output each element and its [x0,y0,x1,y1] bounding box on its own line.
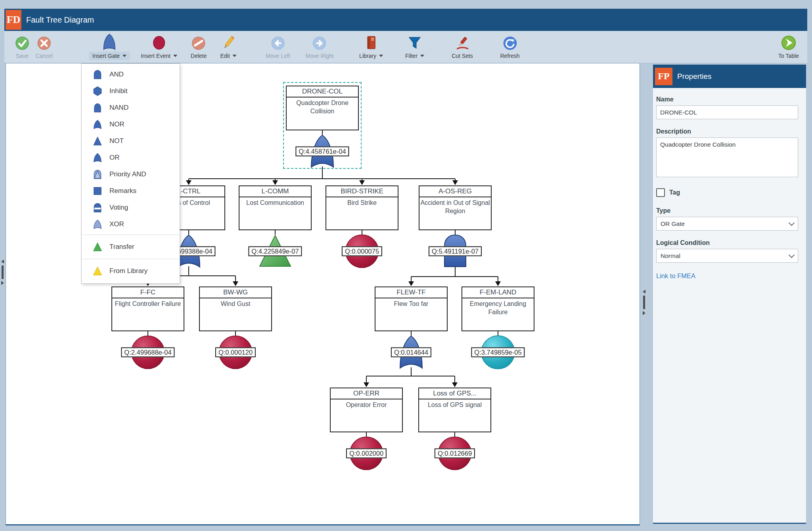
properties-title: Properties [677,72,712,81]
node-bird-strike[interactable]: BIRD-STRIKEBird Strike [326,185,398,230]
left-splitter-handle[interactable] [0,260,4,285]
splitter-grip [2,266,4,279]
insert-gate-menu: ANDInhibitNANDNORNOTORPriority ANDRemark… [81,63,180,284]
toolbar-item-label: Save [12,52,32,60]
node-id-label: A-OS-REG [419,186,491,197]
move-right-icon [312,33,327,51]
tag-checkbox[interactable] [656,188,665,197]
toolbar-item-label: Delete [187,52,210,60]
toolbar-cut-sets-button[interactable]: Cut Sets [448,33,477,60]
node-id-label: F-EM-LAND [462,287,534,298]
q-value-label: Q:4.225849e-07 [248,246,302,256]
menu-item-from-library[interactable]: From Library [82,261,180,281]
q-value-label: Q:0.000075 [342,246,382,256]
not-gate-icon [92,136,103,146]
collapse-left-icon [1,260,4,264]
menu-item-label: Voting [109,204,128,212]
logical-condition-value: Normal [661,252,680,260]
node-f-fc[interactable]: F-FCFlight Controller Failure [111,287,184,331]
node-bw-wg[interactable]: BW-WGWind Gust [199,287,272,331]
toolbar-edit-button[interactable]: Edit [216,33,240,60]
logical-condition-label: Logical Condition [656,239,798,246]
menu-item-voting[interactable]: Voting [82,199,180,216]
menu-item-nor[interactable]: NOR [82,116,180,133]
caret-down-icon [233,55,237,57]
refresh-icon [502,33,517,51]
caret-down-icon [173,55,177,57]
toolbar-item-label: Insert Gate [89,52,130,60]
menu-item-label: Transfer [109,243,134,251]
toolbar-delete-button[interactable]: Delete [187,33,210,60]
menu-item-or[interactable]: OR [82,149,180,166]
toolbar-library-button[interactable]: Library [356,33,387,60]
node-drone-col[interactable]: DRONE-COLQuadcopter Drone Collision [286,86,359,130]
insert-event-icon [151,33,167,51]
transfer-gate-icon [92,242,103,252]
toolbar-save-button[interactable]: Save [12,33,32,60]
properties-panel: FP Properties Name Description Quadcopte… [653,65,806,524]
q-value-label: Q:0.000120 [215,348,256,357]
node-l-comm[interactable]: L-COMMLost Communication [239,185,312,230]
type-select[interactable]: OR Gate [656,217,798,231]
node-op-err[interactable]: OP-ERROperator Error [330,388,403,432]
menu-item-not[interactable]: NOT [82,133,180,149]
node-description: Quadcopter Drone Collision [287,97,358,130]
menu-item-xor[interactable]: XOR [82,216,180,233]
properties-body: Name Description Quadcopter Drone Collis… [653,88,806,280]
node-a-os-reg[interactable]: A-OS-REGAccident in Out of Signal Region [419,185,492,230]
menu-item-label: From Library [109,267,147,275]
collapse-left-icon [643,290,645,294]
menu-item-nand[interactable]: NAND [82,99,180,116]
node-flew-tf[interactable]: FLEW-TFFlew Too far [375,287,448,331]
link-to-fmea[interactable]: Link to FMEA [656,272,695,280]
and-gate-icon [92,69,103,80]
library-icon [364,33,378,51]
q-value-label: Q:3.749859e-05 [471,348,525,357]
q-value-label: Q:0.002000 [346,449,387,458]
from-library-gate-icon [92,266,103,276]
node-id-label: DRONE-COL [287,86,358,97]
toolbar-move-left-button[interactable]: Move Left [262,33,293,60]
description-label: Description [656,128,798,135]
toolbar-filter-button[interactable]: Filter [402,33,428,60]
app-root: { "app": { "logo_text": "FD", "title": "… [0,0,812,531]
name-input[interactable] [656,105,798,119]
cancel-icon [36,33,52,51]
tag-label: Tag [669,189,680,196]
xor-gate-icon [92,219,103,229]
toolbar-item-label: Filter [402,52,428,60]
toolbar-item-label: Edit [216,52,240,60]
menu-item-priority-and[interactable]: Priority AND [82,166,180,183]
toolbar-move-right-button[interactable]: Move Right [302,33,337,60]
q-value-label: Q:0.014644 [391,348,431,357]
properties-header: FP Properties [653,65,806,88]
toolbar-refresh-button[interactable]: Refresh [496,33,523,60]
menu-item-label: AND [109,71,124,78]
q-value-label: Q:4.458761e-04 [295,147,349,157]
logical-condition-select[interactable]: Normal [656,249,798,263]
node-loss-of-gps[interactable]: Loss of GPS...Loss of GPS signal [418,388,491,432]
menu-item-and[interactable]: AND [82,66,180,83]
description-input[interactable]: Quadcopter Drone Collision [656,138,798,177]
right-splitter-handle[interactable] [642,290,646,315]
node-f-em-land[interactable]: F-EM-LANDEmergency Landing Failure [462,287,534,331]
edit-icon [221,33,236,51]
app-title: Fault Tree Diagram [26,15,94,25]
menu-item-label: NAND [109,104,128,112]
caret-down-icon [379,55,383,57]
name-label: Name [656,96,798,103]
toolbar-cancel-button[interactable]: Cancel [32,33,56,60]
menu-item-transfer[interactable]: Transfer [82,237,180,257]
toolbar: SaveCancelInsert GateInsert EventDeleteE… [4,31,807,63]
menu-divider [82,259,180,259]
toolbar-to-table-button[interactable]: To Table [775,33,802,60]
toolbar-insert-gate-button[interactable]: Insert Gate [89,33,130,60]
title-bar: FD Fault Tree Diagram [4,9,807,31]
q-value-label: Q:5.491191e-07 [429,246,482,256]
menu-item-remarks[interactable]: Remarks [82,183,180,199]
nand-gate-icon [92,103,103,113]
move-left-icon [270,33,285,51]
toolbar-insert-event-button[interactable]: Insert Event [137,33,181,60]
q-value-label: Q:0.012669 [435,449,475,458]
menu-item-inhibit[interactable]: Inhibit [82,83,180,99]
